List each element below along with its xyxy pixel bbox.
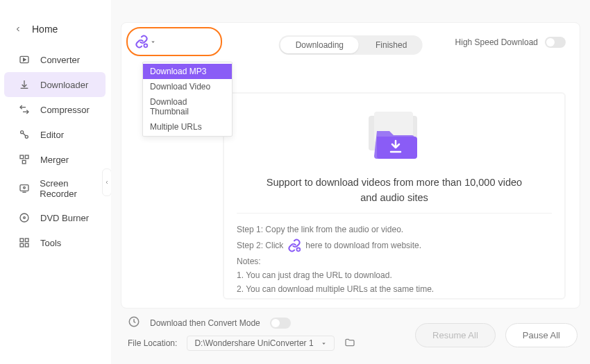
link-plus-icon <box>135 35 149 49</box>
collapse-sidebar-button[interactable] <box>102 168 112 196</box>
merger-icon <box>18 153 31 166</box>
main-panel: Download MP3 Download Video Download Thu… <box>111 0 590 364</box>
chevron-down-icon <box>150 39 156 45</box>
high-speed-label: High Speed Download <box>455 37 538 47</box>
note-1: 1. You can just drag the URL to download… <box>237 270 552 280</box>
sidebar-item-label: Converter <box>40 55 80 65</box>
sidebar-item-label: Merger <box>40 155 69 165</box>
file-location-select[interactable]: D:\Wondershare UniConverter 1 <box>187 336 334 351</box>
svg-rect-27 <box>25 243 28 247</box>
compressor-icon <box>18 103 31 116</box>
svg-rect-19 <box>20 185 28 191</box>
main-card: Download MP3 Download Video Download Thu… <box>121 22 580 309</box>
sidebar-item-merger[interactable]: Merger <box>4 147 106 172</box>
step-1-text: Step 1: Copy the link from the audio or … <box>237 225 552 234</box>
dropdown-item-thumbnail[interactable]: Download Thumbnail <box>143 94 232 119</box>
status-tabs: Downloading Finished <box>279 35 423 55</box>
high-speed-toggle[interactable] <box>545 37 566 48</box>
downloader-icon <box>18 78 31 91</box>
screen-recorder-icon <box>18 182 30 195</box>
sidebar-item-converter[interactable]: Converter <box>4 47 106 72</box>
step-2-text-b: here to download from website. <box>305 241 421 250</box>
sidebar-item-screen-recorder[interactable]: Screen Recorder <box>4 172 106 205</box>
sidebar-item-label: Compressor <box>40 105 90 115</box>
svg-marker-31 <box>151 41 155 43</box>
svg-rect-26 <box>20 243 24 247</box>
sidebar-item-editor[interactable]: Editor <box>4 122 106 147</box>
home-nav[interactable]: Home <box>0 17 110 47</box>
sidebar-item-label: Downloader <box>40 80 88 90</box>
svg-point-23 <box>24 217 26 219</box>
chevron-down-icon <box>321 340 327 347</box>
dropdown-item-video[interactable]: Download Video <box>143 79 232 94</box>
sidebar-item-dvd-burner[interactable]: DVD Burner <box>4 205 106 230</box>
svg-rect-18 <box>22 160 26 164</box>
svg-line-15 <box>23 133 26 136</box>
download-type-dropdown: Download MP3 Download Video Download Thu… <box>142 62 233 137</box>
converter-icon <box>18 53 31 66</box>
svg-rect-24 <box>20 239 24 242</box>
sidebar-item-label: Screen Recorder <box>40 178 106 199</box>
svg-marker-39 <box>322 343 326 345</box>
tab-finished[interactable]: Finished <box>360 35 422 55</box>
sidebar-item-compressor[interactable]: Compressor <box>4 97 106 122</box>
sidebar-item-tools[interactable]: Tools <box>4 230 106 255</box>
tab-downloading[interactable]: Downloading <box>280 37 359 53</box>
home-label: Home <box>32 24 58 35</box>
convert-mode-label: Download then Convert Mode <box>150 318 260 328</box>
dvd-burner-icon <box>18 211 31 224</box>
chevron-left-icon <box>14 25 22 33</box>
empty-state-panel: Support to download videos from more tha… <box>223 92 566 300</box>
chevron-left-icon <box>104 180 110 185</box>
sidebar-item-downloader[interactable]: Downloader <box>4 72 106 97</box>
tools-icon <box>18 236 31 249</box>
svg-marker-10 <box>24 58 26 61</box>
dropdown-item-multiple-urls[interactable]: Multiple URLs <box>143 119 232 135</box>
svg-rect-25 <box>25 239 28 242</box>
empty-state-headline: Support to download videos from more tha… <box>258 175 531 206</box>
sidebar-item-label: Editor <box>40 130 64 140</box>
convert-mode-toggle[interactable] <box>270 318 291 329</box>
pause-all-button[interactable]: Pause All <box>505 323 578 347</box>
svg-rect-17 <box>25 155 28 159</box>
svg-point-20 <box>23 187 25 189</box>
notes-label: Notes: <box>237 257 552 266</box>
resume-all-button[interactable]: Resume All <box>415 323 496 347</box>
svg-rect-16 <box>20 155 24 159</box>
sidebar-item-label: Tools <box>40 238 61 248</box>
svg-point-22 <box>20 214 28 222</box>
file-location-label: File Location: <box>128 338 177 348</box>
dropdown-item-mp3[interactable]: Download MP3 <box>143 64 232 79</box>
editor-icon <box>18 128 31 141</box>
sidebar: Home Converter Downloader Compressor Edi… <box>0 0 110 364</box>
step-2-text-a: Step 2: Click <box>237 241 283 250</box>
sidebar-item-label: DVD Burner <box>40 213 89 223</box>
schedule-icon[interactable] <box>128 315 140 330</box>
download-url-button[interactable] <box>133 31 158 52</box>
file-location-value: D:\Wondershare UniConverter 1 <box>194 338 313 348</box>
note-2: 2. You can download multiple URLs at the… <box>237 284 552 294</box>
folder-illustration <box>237 110 552 164</box>
open-folder-icon[interactable] <box>344 337 355 350</box>
link-plus-icon <box>287 239 301 252</box>
